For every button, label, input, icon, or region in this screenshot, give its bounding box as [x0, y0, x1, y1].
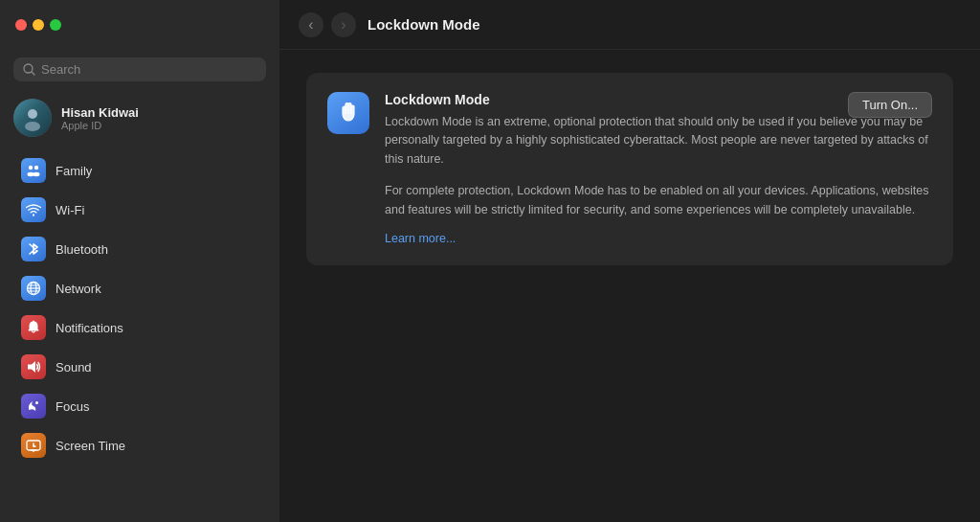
- sidebar-item-focus[interactable]: Focus: [8, 387, 272, 425]
- close-button[interactable]: [15, 19, 27, 31]
- sound-icon: [21, 354, 46, 379]
- wifi-icon: [21, 197, 46, 222]
- svg-point-17: [35, 401, 38, 404]
- sidebar-item-label: Notifications: [56, 321, 123, 335]
- sidebar-item-network[interactable]: Network: [8, 269, 272, 307]
- user-subtitle: Apple ID: [61, 120, 139, 131]
- lockdown-description1: Lockdown Mode is an extreme, optional pr…: [385, 113, 932, 169]
- svg-point-2: [28, 109, 37, 119]
- back-button[interactable]: ‹: [299, 12, 323, 37]
- svg-point-3: [25, 122, 40, 131]
- lockdown-icon: [327, 92, 369, 134]
- lockdown-description2: For complete protection, Lockdown Mode h…: [385, 182, 932, 219]
- main-titlebar: ‹ › Lockdown Mode: [279, 0, 980, 50]
- avatar: [13, 99, 52, 137]
- sidebar-item-wifi[interactable]: Wi-Fi: [8, 191, 272, 229]
- learn-more-link[interactable]: Learn more...: [385, 232, 456, 245]
- notifications-icon: [21, 315, 46, 340]
- svg-point-4: [29, 166, 33, 170]
- svg-line-1: [32, 72, 34, 75]
- network-icon: [21, 276, 46, 301]
- user-info: Hisan Kidwai Apple ID: [61, 105, 139, 131]
- svg-rect-15: [33, 321, 34, 323]
- svg-point-6: [28, 172, 34, 176]
- titlebar: [0, 0, 279, 50]
- lockdown-card: Lockdown Mode Lockdown Mode is an extrem…: [306, 73, 953, 265]
- sidebar-item-label: Network: [56, 282, 101, 296]
- svg-point-8: [33, 215, 34, 216]
- sidebar-item-family[interactable]: Family: [8, 151, 272, 190]
- bluetooth-icon: [21, 237, 46, 261]
- family-icon: [21, 158, 46, 183]
- search-box[interactable]: [13, 57, 266, 81]
- sidebar-item-label: Sound: [56, 360, 92, 374]
- forward-button[interactable]: ›: [331, 12, 356, 37]
- sidebar-item-sound[interactable]: Sound: [8, 348, 272, 386]
- search-icon: [23, 63, 35, 76]
- user-profile[interactable]: Hisan Kidwai Apple ID: [0, 91, 279, 147]
- search-container: [0, 50, 279, 91]
- svg-point-5: [34, 166, 38, 170]
- sidebar-item-bluetooth[interactable]: Bluetooth: [8, 230, 272, 268]
- sidebar-item-label: Screen Time: [56, 439, 125, 453]
- user-name: Hisan Kidwai: [61, 105, 139, 120]
- content-area: Lockdown Mode Lockdown Mode is an extrem…: [279, 50, 980, 522]
- sidebar-item-screentime[interactable]: Screen Time: [8, 426, 272, 465]
- search-input[interactable]: [41, 62, 256, 77]
- svg-point-7: [33, 172, 40, 176]
- sidebar-item-notifications[interactable]: Notifications: [8, 308, 272, 347]
- avatar-image: [13, 99, 52, 137]
- turn-on-button[interactable]: Turn On...: [848, 92, 932, 118]
- svg-rect-14: [29, 329, 39, 331]
- traffic-lights: [15, 19, 61, 31]
- sidebar-item-label: Bluetooth: [56, 242, 108, 257]
- sidebar-item-label: Family: [56, 164, 92, 178]
- maximize-button[interactable]: [50, 19, 61, 31]
- main-content: ‹ › Lockdown Mode Lockdown Mode Lockdown…: [279, 0, 980, 522]
- page-title: Lockdown Mode: [368, 16, 480, 33]
- minimize-button[interactable]: [33, 19, 44, 31]
- nav-list: Family Wi-Fi Bluetooth: [0, 147, 279, 522]
- screentime-icon: [21, 433, 46, 458]
- sidebar-item-label: Wi-Fi: [56, 203, 84, 217]
- svg-marker-16: [28, 361, 35, 373]
- sidebar: Hisan Kidwai Apple ID Family: [0, 0, 279, 522]
- focus-icon: [21, 394, 46, 419]
- sidebar-item-label: Focus: [56, 399, 89, 414]
